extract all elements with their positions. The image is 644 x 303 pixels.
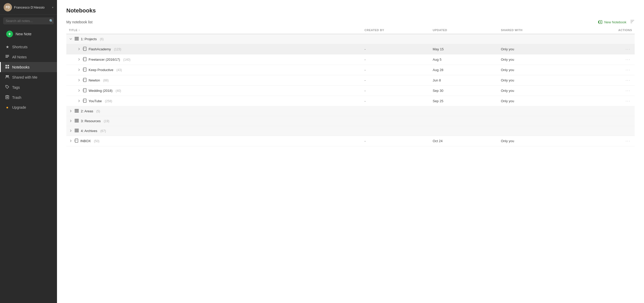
more-actions-button[interactable]: ··· (624, 88, 632, 93)
notebook-name: Freelancer (2016/17) (89, 58, 120, 61)
actions-cell: ··· (584, 96, 635, 106)
stack-name: 4: Archives (81, 129, 97, 133)
notebook-expand-icon[interactable] (77, 48, 81, 51)
updated-cell: Aug 28 (430, 65, 498, 75)
notebook-title-cell: Newton (88) (66, 75, 362, 86)
shared-with-cell: Only you (498, 54, 583, 65)
notebook-count: (40) (116, 89, 121, 93)
created-by-cell: - (362, 86, 430, 96)
notebook-name: Keep Productive (89, 68, 113, 72)
notebook-title-cell: YouTube (258) (66, 96, 362, 106)
upgrade-icon: ● (5, 105, 10, 109)
notebook-row: Keep Productive (43) - Aug 28 Only you ·… (66, 65, 635, 75)
svg-point-7 (6, 75, 7, 77)
notebook-row: YouTube (258) - Sep 25 Only you ··· (66, 96, 635, 106)
sidebar-nav: ★ Shortcuts All Notes Notebooks Shared w… (0, 42, 57, 112)
more-actions-button[interactable]: ··· (624, 46, 632, 52)
user-menu[interactable]: FD Francesco D'Alessio ▾ (0, 0, 57, 15)
created-by-cell: - (362, 44, 430, 54)
search-bar[interactable]: 🔍 (3, 17, 54, 24)
notebook-expand-icon[interactable] (77, 79, 81, 82)
new-note-plus-icon: + (6, 31, 13, 37)
sidebar-item-label: Notebooks (12, 65, 30, 69)
more-actions-button[interactable]: ··· (624, 67, 632, 73)
notebook-expand-icon[interactable] (77, 68, 81, 72)
new-notebook-label: New Notebook (604, 20, 626, 24)
stack-name: 2: Areas (81, 109, 93, 113)
stack-expand-icon[interactable] (69, 38, 73, 40)
stack-title-cell: 4: Archives (67) (66, 126, 635, 136)
col-header-updated: Updated (430, 26, 498, 34)
page-title: Notebooks (66, 7, 635, 14)
sidebar-item-upgrade[interactable]: ● Upgrade (0, 102, 57, 112)
more-actions-button[interactable]: ··· (624, 57, 632, 62)
sidebar-item-all-notes[interactable]: All Notes (0, 52, 57, 62)
stack-count: (19) (104, 119, 109, 123)
svg-rect-46 (83, 100, 84, 102)
search-icon: 🔍 (49, 19, 53, 23)
stack-name: 1: Projects (81, 37, 97, 41)
actions-cell: ··· (584, 65, 635, 75)
stack-expand-icon[interactable] (69, 129, 73, 133)
shortcuts-icon: ★ (5, 45, 10, 49)
new-notebook-button[interactable]: New Notebook (598, 20, 626, 24)
notebook-icon (83, 99, 87, 104)
sidebar-item-tags[interactable]: Tags (0, 82, 57, 92)
notebook-name: INBOX (80, 139, 91, 143)
stack-expand-icon[interactable] (69, 110, 73, 113)
stack-title-cell: 3: Resources (19) (66, 116, 635, 126)
notebook-count: (140) (123, 58, 130, 61)
svg-point-9 (6, 86, 7, 86)
notebook-title-cell: Wedding (2018) (40) (66, 86, 362, 96)
more-actions-button[interactable]: ··· (624, 138, 632, 144)
shared-with-cell: Only you (498, 44, 583, 54)
sidebar-item-label: Upgrade (12, 105, 26, 109)
shared-with-cell: Only you (498, 136, 583, 146)
notebook-count: (88) (103, 79, 109, 82)
stack-title-cell: 1: Projects (6) (66, 34, 635, 44)
sort-icon[interactable] (630, 19, 635, 25)
notebook-name: FlashAcademy (89, 47, 111, 51)
svg-rect-54 (75, 121, 79, 122)
actions-cell: ··· (584, 136, 635, 146)
sidebar-item-shared-with-me[interactable]: Shared with Me (0, 72, 57, 82)
sidebar-item-label: Trash (12, 95, 21, 100)
notebook-count: (123) (114, 47, 121, 51)
svg-rect-22 (75, 37, 79, 38)
new-note-button[interactable]: + New Note (3, 29, 54, 39)
sidebar-item-shortcuts[interactable]: ★ Shortcuts (0, 42, 57, 52)
new-note-label: New Note (16, 32, 31, 36)
created-by-cell: - (362, 54, 430, 65)
notebook-expand-icon[interactable] (77, 58, 81, 61)
svg-rect-1 (5, 56, 9, 57)
sidebar-item-trash[interactable]: Trash (0, 92, 57, 102)
sidebar-item-notebooks[interactable]: Notebooks (0, 62, 57, 72)
svg-rect-56 (75, 130, 79, 131)
notebook-row: INBOX (50) - Oct 24 Only you ··· (66, 136, 635, 146)
svg-rect-34 (83, 68, 84, 71)
notebook-expand-icon[interactable] (77, 100, 81, 103)
notebook-table: Title ↑ Created By Updated Shared With A… (66, 26, 635, 146)
username-label: Francesco D'Alessio (14, 5, 52, 9)
all-notes-icon (5, 54, 10, 59)
col-header-actions: Actions (584, 26, 635, 34)
more-actions-button[interactable]: ··· (624, 98, 632, 104)
notebook-expand-icon[interactable] (69, 140, 73, 143)
search-input[interactable] (6, 19, 49, 23)
trash-icon (5, 95, 10, 100)
shared-with-cell: Only you (498, 75, 583, 86)
col-header-created-by: Created By (362, 26, 430, 34)
sidebar-item-label: All Notes (12, 55, 27, 59)
more-actions-button[interactable]: ··· (624, 78, 632, 83)
col-header-title: Title ↑ (66, 26, 362, 34)
svg-rect-4 (8, 65, 9, 66)
stack-expand-icon[interactable] (69, 120, 73, 123)
svg-rect-52 (75, 119, 79, 120)
stack-icon (75, 109, 79, 113)
stack-row: 3: Resources (19) (66, 116, 635, 126)
notebook-name: Newton (89, 78, 100, 82)
sidebar: FD Francesco D'Alessio ▾ 🔍 + New Note ★ … (0, 0, 57, 303)
created-by-cell: - (362, 136, 430, 146)
notebook-expand-icon[interactable] (77, 89, 81, 92)
updated-cell: Sep 30 (430, 86, 498, 96)
